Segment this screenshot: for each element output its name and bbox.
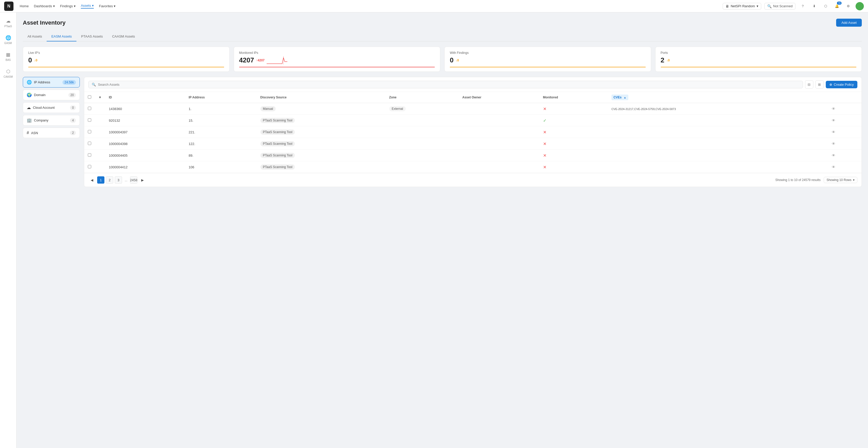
nav-assets[interactable]: Assets ▾ [81,4,94,8]
view-icon[interactable]: 👁 [832,165,835,169]
row-checkbox-cell[interactable] [84,103,95,115]
workspace-selector[interactable]: 🖥 NetSPI Random ▾ [723,3,761,9]
search-input[interactable] [98,83,800,87]
ptaas-icon: ☁ [6,18,11,24]
sort-asc-icon: ▲ [624,96,626,99]
th-discovery-source[interactable]: Discovery Source [257,92,385,103]
row-expand-cell [95,103,105,115]
th-actions [828,92,862,103]
notifications-button[interactable]: 🔔 79 [833,2,841,10]
plus-icon: ⊕ [829,83,832,87]
view-icon[interactable]: 👁 [832,107,835,111]
select-all-checkbox[interactable] [88,95,91,99]
row-checkbox-cell[interactable] [84,161,95,173]
row-view-cell[interactable]: 👁 [828,103,862,115]
page-title: Asset Inventory [23,20,66,26]
asset-type-company[interactable]: 🏢 Company 4 [23,115,80,126]
discovery-tag: PTaaS Scanning Tool [260,141,295,146]
row-cves [608,150,828,161]
settings-button[interactable]: ⚙ [844,2,852,10]
row-checkbox[interactable] [88,118,91,122]
row-monitored: ✕ [539,161,608,173]
results-text: Showing 1 to 10 of 24579 results [775,178,820,182]
th-cves[interactable]: CVEs ▲ [608,92,828,103]
company-icon: 🏢 [27,118,32,123]
sparkline-chart [267,57,287,64]
row-checkbox[interactable] [88,153,91,157]
tab-all-assets[interactable]: All Assets [23,32,46,41]
row-ip-address: 106 [185,161,256,173]
rows-per-page-selector[interactable]: Showing 10 Rows ▾ [824,177,857,183]
row-ip-address: 15. [185,115,256,126]
asset-type-cloud-account[interactable]: ☁ Cloud Account 0 [23,102,80,113]
row-checkbox[interactable] [88,142,91,145]
download-button[interactable]: ⬇ [810,2,818,10]
stat-bar-live-ips [28,67,224,67]
stat-live-ips: Live IP's 0 ↓0 [23,46,229,72]
row-checkbox-cell[interactable] [84,150,95,161]
th-monitored[interactable]: Monitored [539,92,608,103]
help-button[interactable]: ? [799,2,807,10]
nav-favorites[interactable]: Favorites ▾ [99,4,116,8]
page-2-button[interactable]: 2 [106,177,113,184]
row-checkbox[interactable] [88,130,91,133]
view-icon[interactable]: 👁 [832,142,835,146]
row-checkbox-cell[interactable] [84,115,95,126]
page-3-button[interactable]: 3 [115,177,122,184]
view-icon[interactable]: 👁 [832,118,835,123]
page-last-button[interactable]: 2458 [130,177,137,184]
page-1-button[interactable]: 1 [97,177,104,184]
user-avatar[interactable] [856,2,864,10]
stat-with-findings: With Findings 0 ↓0 [444,46,651,72]
zone-tag: External [389,106,406,111]
table-body: 1438360 1. Manual External ✕ CVE-2024-31… [84,103,862,173]
view-icon[interactable]: 👁 [832,130,835,134]
row-view-cell[interactable]: 👁 [828,150,862,161]
row-checkbox[interactable] [88,107,91,110]
stat-ports: Ports 2 ↓0 [655,46,862,72]
th-ip-address[interactable]: IP Address [185,92,256,103]
row-view-cell[interactable]: 👁 [828,126,862,138]
filter-button[interactable]: ⊟ [805,80,813,89]
sidebar-item-bas[interactable]: ▦ BAS [0,50,16,63]
row-expand-cell [95,115,105,126]
tab-caasm-assets[interactable]: CAASM Assets [107,32,140,41]
row-discovery-source: PTaaS Scanning Tool [257,115,385,126]
sidebar-item-easm[interactable]: 🌐 EASM [0,33,16,46]
row-view-cell[interactable]: 👁 [828,161,862,173]
row-checkbox-cell[interactable] [84,138,95,150]
columns-button[interactable]: ⊞ [815,80,824,89]
row-view-cell[interactable]: 👁 [828,138,862,150]
th-zone[interactable]: Zone [385,92,459,103]
asset-type-domain[interactable]: 🌍 Domain 20 [23,90,80,100]
row-checkbox[interactable] [88,165,91,168]
view-icon[interactable]: 👁 [832,153,835,157]
asset-type-ip-address[interactable]: 🌐 IP Address 24.58k [23,77,80,88]
search-box[interactable]: 🔍 [88,81,803,88]
row-checkbox-cell[interactable] [84,126,95,138]
th-select-all[interactable] [84,92,95,103]
add-asset-button[interactable]: Add Asset [836,19,862,27]
prev-page-button[interactable]: ◀ [88,177,96,184]
top-navigation: N Home Dashboards ▾ Findings ▾ Assets ▾ … [0,0,868,12]
pagination-bar: ◀ 1 2 3 ... 2458 ▶ Showing 1 to 10 of 24… [84,173,862,187]
nav-dashboards[interactable]: Dashboards ▾ [34,4,55,8]
row-monitored: ✕ [539,138,608,150]
nav-findings[interactable]: Findings ▾ [60,4,76,8]
row-view-cell[interactable]: 👁 [828,115,862,126]
sidebar-item-caasm[interactable]: ⬡ CAASM [0,67,16,80]
row-id: 1000004397 [105,126,185,138]
tab-easm-assets[interactable]: EASM Assets [46,32,76,41]
create-policy-button[interactable]: ⊕ Create Policy [826,81,857,88]
columns-icon: ⊞ [818,83,821,87]
share-button[interactable]: ⬡ [822,2,830,10]
nav-home[interactable]: Home [20,4,29,8]
th-id[interactable]: ID [105,92,185,103]
tab-ptaas-assets[interactable]: PTAAS Assets [76,32,107,41]
logo[interactable]: N [4,2,13,11]
next-page-button[interactable]: ▶ [139,177,146,184]
sidebar-item-ptaas[interactable]: ☁ PTaaS [0,17,16,29]
asset-type-asn[interactable]: # ASN 2 [23,128,80,138]
not-scanned-button[interactable]: 🔍 Not Scanned [764,3,796,9]
th-asset-owner[interactable]: Asset Owner [459,92,539,103]
